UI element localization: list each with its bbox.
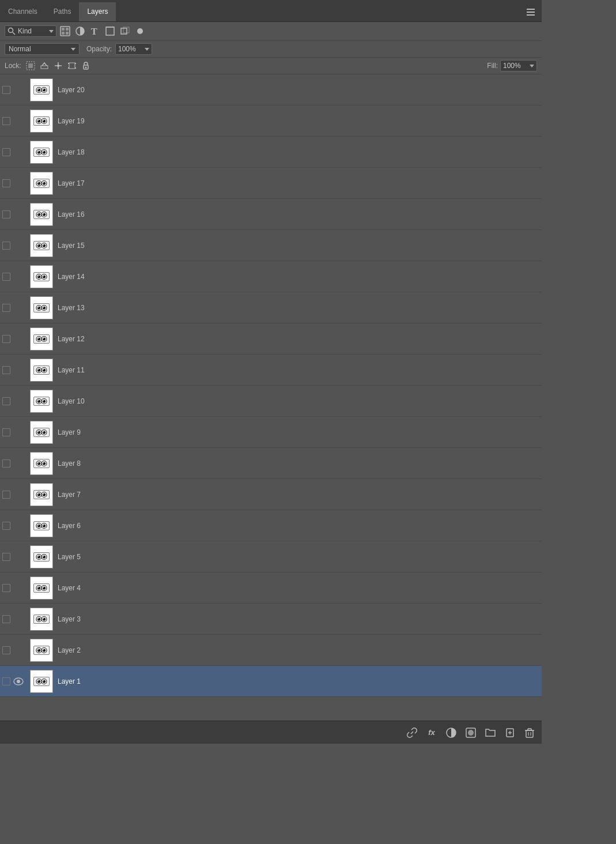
filter-pixel-icon[interactable]	[59, 25, 71, 37]
svg-point-113	[37, 431, 40, 434]
layer-checkbox[interactable]	[2, 179, 10, 187]
layer-row[interactable]: Layer 15	[0, 230, 542, 261]
layer-row[interactable]: Layer 17	[0, 168, 542, 199]
layer-row[interactable]: Layer 13	[0, 292, 542, 323]
layer-visibility-toggle[interactable]	[12, 675, 25, 688]
layer-checkbox[interactable]	[2, 86, 10, 94]
layer-visibility-toggle[interactable]	[12, 457, 25, 470]
layer-visibility-toggle[interactable]	[12, 519, 25, 533]
lock-position-icon[interactable]	[52, 60, 64, 71]
new-layer-icon[interactable]	[502, 725, 517, 740]
blend-mode-dropdown[interactable]: Normal	[5, 43, 80, 55]
layer-visibility-toggle[interactable]	[12, 425, 25, 439]
lock-all-icon[interactable]	[80, 60, 92, 71]
layer-checkbox[interactable]	[2, 335, 10, 343]
new-fill-adjustment-icon[interactable]	[444, 725, 459, 740]
svg-point-158	[43, 617, 46, 620]
layer-row[interactable]: Layer 12	[0, 323, 542, 355]
layer-visibility-toggle[interactable]	[12, 550, 25, 564]
svg-point-36	[37, 88, 40, 91]
fill-input[interactable]: 100%	[500, 60, 537, 71]
svg-point-142	[38, 556, 39, 557]
new-group-icon[interactable]	[483, 725, 498, 740]
layer-visibility-toggle[interactable]	[12, 332, 25, 346]
layer-thumbnail	[30, 296, 53, 319]
layer-visibility-toggle[interactable]	[12, 581, 25, 595]
layer-checkbox[interactable]	[2, 397, 10, 405]
filter-smart-object-icon[interactable]	[119, 25, 131, 37]
layer-row[interactable]: Layer 6	[0, 510, 542, 541]
layer-visibility-toggle[interactable]	[12, 114, 25, 128]
layer-visibility-toggle[interactable]	[12, 208, 25, 221]
layers-scroll[interactable]: Layer 20 Layer 19 Layer 18 Layer 17	[0, 74, 542, 721]
svg-point-110	[43, 400, 44, 401]
layer-visibility-toggle[interactable]	[12, 239, 25, 253]
layer-checkbox[interactable]	[2, 304, 10, 312]
filter-adjustment-icon[interactable]	[74, 25, 86, 37]
svg-point-120	[37, 462, 40, 465]
kind-dropdown[interactable]: Kind	[5, 25, 56, 37]
lock-transparent-icon[interactable]	[25, 60, 36, 71]
tab-layers[interactable]: Layers	[79, 2, 116, 21]
tab-paths[interactable]: Paths	[46, 2, 80, 21]
layer-checkbox[interactable]	[2, 615, 10, 623]
filter-shape-icon[interactable]	[104, 25, 116, 37]
filter-color-icon[interactable]	[134, 25, 146, 37]
layer-checkbox[interactable]	[2, 677, 10, 685]
fx-icon[interactable]: fx	[424, 725, 439, 740]
layer-checkbox[interactable]	[2, 584, 10, 592]
layer-row[interactable]: Layer 11	[0, 355, 542, 386]
delete-layer-icon[interactable]	[522, 725, 537, 740]
layer-visibility-toggle[interactable]	[12, 176, 25, 190]
layer-visibility-toggle[interactable]	[12, 488, 25, 502]
svg-point-174	[43, 680, 46, 683]
filter-text-icon[interactable]: T	[89, 25, 101, 37]
layer-checkbox[interactable]	[2, 273, 10, 281]
mask-icon[interactable]	[463, 725, 478, 740]
layer-visibility-toggle[interactable]	[12, 394, 25, 408]
layer-checkbox[interactable]	[2, 428, 10, 436]
image-icon	[60, 26, 70, 36]
layer-row[interactable]: Layer 14	[0, 261, 542, 292]
tab-channels[interactable]: Channels	[0, 2, 46, 21]
layer-visibility-toggle[interactable]	[12, 270, 25, 284]
layer-name: Layer 5	[58, 553, 539, 561]
layer-row[interactable]: Layer 5	[0, 541, 542, 572]
layer-row[interactable]: Layer 16	[0, 199, 542, 230]
lock-image-icon[interactable]	[39, 60, 50, 71]
layer-checkbox[interactable]	[2, 646, 10, 654]
layer-checkbox[interactable]	[2, 242, 10, 250]
layer-row[interactable]: Layer 2	[0, 635, 542, 666]
layer-row[interactable]: Layer 7	[0, 479, 542, 510]
layer-row[interactable]: Layer 4	[0, 572, 542, 604]
layer-visibility-toggle[interactable]	[12, 83, 25, 97]
svg-point-137	[43, 524, 46, 527]
layer-row[interactable]: Layer 18	[0, 137, 542, 168]
layer-visibility-toggle[interactable]	[12, 363, 25, 377]
lock-artboard-icon[interactable]	[66, 60, 78, 71]
layer-row[interactable]: Layer 8	[0, 448, 542, 479]
layer-row[interactable]: Layer 19	[0, 106, 542, 137]
layer-visibility-toggle[interactable]	[12, 643, 25, 657]
layer-thumbnail	[30, 452, 53, 475]
layer-checkbox[interactable]	[2, 366, 10, 374]
svg-point-116	[43, 431, 46, 434]
panel-menu-button[interactable]	[520, 2, 542, 21]
layer-row[interactable]: Layer 20	[0, 74, 542, 106]
layer-visibility-toggle[interactable]	[12, 301, 25, 315]
layer-visibility-toggle[interactable]	[12, 145, 25, 159]
layer-checkbox[interactable]	[2, 553, 10, 561]
layer-row[interactable]: Layer 10	[0, 386, 542, 417]
layer-checkbox[interactable]	[2, 148, 10, 156]
layer-checkbox[interactable]	[2, 210, 10, 218]
layer-visibility-toggle[interactable]	[12, 612, 25, 626]
opacity-input[interactable]: 100%	[115, 43, 152, 55]
layer-row[interactable]: Layer 9	[0, 417, 542, 448]
layer-row[interactable]: Layer 3	[0, 604, 542, 635]
layer-checkbox[interactable]	[2, 491, 10, 499]
layer-checkbox[interactable]	[2, 522, 10, 530]
layer-row[interactable]: Layer 1	[0, 666, 542, 697]
layer-checkbox[interactable]	[2, 117, 10, 125]
link-layers-icon[interactable]	[405, 725, 420, 740]
layer-checkbox[interactable]	[2, 459, 10, 468]
